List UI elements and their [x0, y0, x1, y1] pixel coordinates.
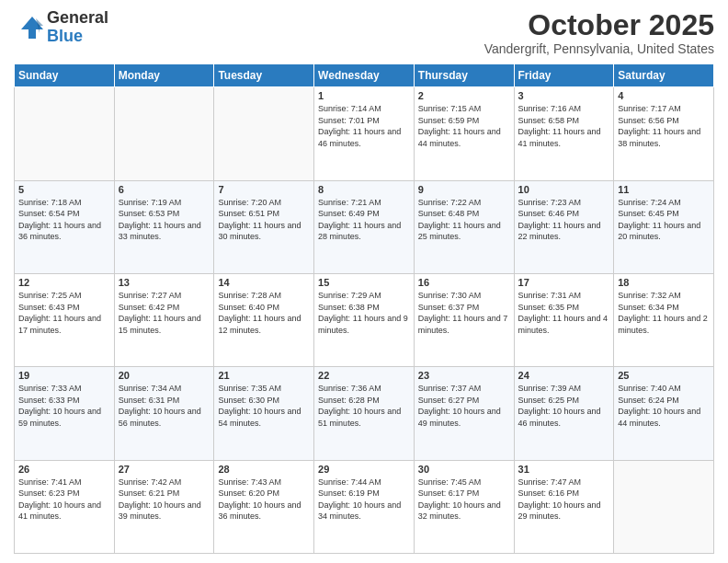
day-info-0-4: Sunrise: 7:15 AM Sunset: 6:59 PM Dayligh…: [418, 103, 510, 149]
day-number-2-4: 16: [418, 277, 510, 288]
day-info-3-4: Sunrise: 7:37 AM Sunset: 6:27 PM Dayligh…: [418, 383, 510, 429]
day-number-4-5: 31: [518, 464, 610, 475]
day-number-2-1: 13: [119, 277, 210, 288]
day-number-2-2: 14: [218, 277, 310, 288]
day-info-4-2: Sunrise: 7:43 AM Sunset: 6:20 PM Dayligh…: [218, 477, 310, 523]
day-number-1-2: 7: [218, 184, 310, 195]
calendar-cell-3-4: 23Sunrise: 7:37 AM Sunset: 6:27 PM Dayli…: [414, 367, 514, 460]
day-info-3-3: Sunrise: 7:36 AM Sunset: 6:28 PM Dayligh…: [318, 383, 410, 429]
svg-marker-0: [21, 17, 43, 39]
day-info-4-3: Sunrise: 7:44 AM Sunset: 6:19 PM Dayligh…: [318, 477, 410, 523]
calendar-cell-1-6: 11Sunrise: 7:24 AM Sunset: 6:45 PM Dayli…: [614, 180, 714, 273]
day-number-0-3: 1: [318, 90, 410, 101]
day-number-4-3: 29: [318, 464, 410, 475]
calendar-cell-3-6: 25Sunrise: 7:40 AM Sunset: 6:24 PM Dayli…: [614, 367, 714, 460]
day-number-2-5: 17: [518, 277, 610, 288]
day-info-0-6: Sunrise: 7:17 AM Sunset: 6:56 PM Dayligh…: [618, 103, 710, 149]
title-block: October 2025 Vandergrift, Pennsylvania, …: [484, 9, 714, 56]
day-info-1-2: Sunrise: 7:20 AM Sunset: 6:51 PM Dayligh…: [218, 197, 310, 243]
col-monday: Monday: [114, 64, 214, 87]
calendar-cell-0-3: 1Sunrise: 7:14 AM Sunset: 7:01 PM Daylig…: [314, 87, 415, 180]
day-number-1-0: 5: [18, 184, 110, 195]
calendar-cell-3-0: 19Sunrise: 7:33 AM Sunset: 6:33 PM Dayli…: [15, 367, 115, 460]
day-info-2-2: Sunrise: 7:28 AM Sunset: 6:40 PM Dayligh…: [218, 290, 310, 336]
day-info-1-0: Sunrise: 7:18 AM Sunset: 6:54 PM Dayligh…: [18, 197, 110, 243]
calendar-cell-2-1: 13Sunrise: 7:27 AM Sunset: 6:42 PM Dayli…: [114, 273, 214, 366]
day-info-2-4: Sunrise: 7:30 AM Sunset: 6:37 PM Dayligh…: [418, 290, 510, 336]
month-title: October 2025: [484, 9, 714, 41]
logo-general: General: [47, 9, 108, 28]
day-number-2-3: 15: [318, 277, 410, 288]
calendar-cell-1-3: 8Sunrise: 7:21 AM Sunset: 6:49 PM Daylig…: [314, 180, 415, 273]
day-number-4-1: 27: [119, 464, 210, 475]
calendar-cell-3-3: 22Sunrise: 7:36 AM Sunset: 6:28 PM Dayli…: [314, 367, 415, 460]
col-thursday: Thursday: [414, 64, 514, 87]
week-row-4: 26Sunrise: 7:41 AM Sunset: 6:23 PM Dayli…: [15, 460, 714, 553]
day-number-1-5: 10: [518, 184, 610, 195]
day-number-2-6: 18: [618, 277, 710, 288]
day-number-0-5: 3: [518, 90, 610, 101]
calendar-cell-0-1: [114, 87, 214, 180]
calendar-cell-2-6: 18Sunrise: 7:32 AM Sunset: 6:34 PM Dayli…: [614, 273, 714, 366]
week-row-0: 1Sunrise: 7:14 AM Sunset: 7:01 PM Daylig…: [15, 87, 714, 180]
calendar-cell-1-5: 10Sunrise: 7:23 AM Sunset: 6:46 PM Dayli…: [514, 180, 614, 273]
day-info-2-6: Sunrise: 7:32 AM Sunset: 6:34 PM Dayligh…: [618, 290, 710, 336]
day-info-1-1: Sunrise: 7:19 AM Sunset: 6:53 PM Dayligh…: [119, 197, 210, 243]
day-info-2-1: Sunrise: 7:27 AM Sunset: 6:42 PM Dayligh…: [119, 290, 210, 336]
day-number-3-5: 24: [518, 370, 610, 381]
day-number-4-0: 26: [18, 464, 110, 475]
calendar-cell-2-0: 12Sunrise: 7:25 AM Sunset: 6:43 PM Dayli…: [15, 273, 115, 366]
logo-icon: [14, 13, 43, 42]
calendar-cell-1-0: 5Sunrise: 7:18 AM Sunset: 6:54 PM Daylig…: [15, 180, 115, 273]
calendar-cell-4-3: 29Sunrise: 7:44 AM Sunset: 6:19 PM Dayli…: [314, 460, 415, 553]
day-info-3-1: Sunrise: 7:34 AM Sunset: 6:31 PM Dayligh…: [119, 383, 210, 429]
col-sunday: Sunday: [15, 64, 115, 87]
day-info-2-5: Sunrise: 7:31 AM Sunset: 6:35 PM Dayligh…: [518, 290, 610, 336]
header: General Blue October 2025 Vandergrift, P…: [14, 9, 714, 56]
calendar-cell-1-1: 6Sunrise: 7:19 AM Sunset: 6:53 PM Daylig…: [114, 180, 214, 273]
calendar-cell-4-2: 28Sunrise: 7:43 AM Sunset: 6:20 PM Dayli…: [214, 460, 314, 553]
calendar-cell-0-4: 2Sunrise: 7:15 AM Sunset: 6:59 PM Daylig…: [414, 87, 514, 180]
day-number-1-4: 9: [418, 184, 510, 195]
col-friday: Friday: [514, 64, 614, 87]
calendar-cell-2-2: 14Sunrise: 7:28 AM Sunset: 6:40 PM Dayli…: [214, 273, 314, 366]
day-info-4-1: Sunrise: 7:42 AM Sunset: 6:21 PM Dayligh…: [119, 477, 210, 523]
day-number-0-4: 2: [418, 90, 510, 101]
calendar-cell-4-0: 26Sunrise: 7:41 AM Sunset: 6:23 PM Dayli…: [15, 460, 115, 553]
day-number-3-3: 22: [318, 370, 410, 381]
location: Vandergrift, Pennsylvania, United States: [484, 41, 714, 56]
day-info-4-4: Sunrise: 7:45 AM Sunset: 6:17 PM Dayligh…: [418, 477, 510, 523]
day-number-2-0: 12: [18, 277, 110, 288]
calendar-cell-0-5: 3Sunrise: 7:16 AM Sunset: 6:58 PM Daylig…: [514, 87, 614, 180]
day-info-3-6: Sunrise: 7:40 AM Sunset: 6:24 PM Dayligh…: [618, 383, 710, 429]
calendar-cell-2-3: 15Sunrise: 7:29 AM Sunset: 6:38 PM Dayli…: [314, 273, 415, 366]
day-info-1-6: Sunrise: 7:24 AM Sunset: 6:45 PM Dayligh…: [618, 197, 710, 243]
day-info-1-4: Sunrise: 7:22 AM Sunset: 6:48 PM Dayligh…: [418, 197, 510, 243]
calendar-cell-0-0: [15, 87, 115, 180]
col-saturday: Saturday: [614, 64, 714, 87]
calendar-cell-0-2: [214, 87, 314, 180]
day-number-4-2: 28: [218, 464, 310, 475]
weekday-header-row: Sunday Monday Tuesday Wednesday Thursday…: [15, 64, 714, 87]
day-info-0-5: Sunrise: 7:16 AM Sunset: 6:58 PM Dayligh…: [518, 103, 610, 149]
day-number-0-6: 4: [618, 90, 710, 101]
calendar-cell-4-6: [614, 460, 714, 553]
day-number-3-6: 25: [618, 370, 710, 381]
day-info-1-3: Sunrise: 7:21 AM Sunset: 6:49 PM Dayligh…: [318, 197, 410, 243]
calendar-cell-4-4: 30Sunrise: 7:45 AM Sunset: 6:17 PM Dayli…: [414, 460, 514, 553]
logo: General Blue: [14, 9, 108, 46]
week-row-2: 12Sunrise: 7:25 AM Sunset: 6:43 PM Dayli…: [15, 273, 714, 366]
week-row-3: 19Sunrise: 7:33 AM Sunset: 6:33 PM Dayli…: [15, 367, 714, 460]
calendar-cell-0-6: 4Sunrise: 7:17 AM Sunset: 6:56 PM Daylig…: [614, 87, 714, 180]
logo-blue: Blue: [47, 28, 108, 46]
day-info-2-3: Sunrise: 7:29 AM Sunset: 6:38 PM Dayligh…: [318, 290, 410, 336]
day-number-4-4: 30: [418, 464, 510, 475]
calendar-cell-2-5: 17Sunrise: 7:31 AM Sunset: 6:35 PM Dayli…: [514, 273, 614, 366]
calendar-cell-4-5: 31Sunrise: 7:47 AM Sunset: 6:16 PM Dayli…: [514, 460, 614, 553]
day-info-3-2: Sunrise: 7:35 AM Sunset: 6:30 PM Dayligh…: [218, 383, 310, 429]
day-number-1-3: 8: [318, 184, 410, 195]
col-wednesday: Wednesday: [314, 64, 415, 87]
day-number-3-0: 19: [18, 370, 110, 381]
logo-text: General Blue: [47, 9, 108, 46]
calendar-cell-3-1: 20Sunrise: 7:34 AM Sunset: 6:31 PM Dayli…: [114, 367, 214, 460]
